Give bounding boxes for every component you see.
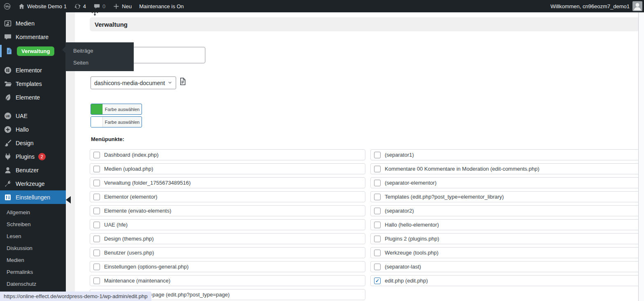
home-icon (18, 3, 25, 10)
sidebar-item-medien[interactable]: Medien (0, 16, 66, 30)
sidebar-item-hallo[interactable]: Hallo (0, 123, 66, 136)
sidebar-item-label: Verwaltung (17, 46, 54, 56)
checkbox-unchecked[interactable] (93, 236, 100, 242)
menu-item-row[interactable]: Elemente (envato-elements) (90, 205, 365, 216)
menu-item-row[interactable]: Einstellungen (options-general.php) (90, 261, 365, 272)
wrench-icon (4, 180, 12, 188)
menu-item-row[interactable]: (separator2) (370, 205, 644, 216)
menu-separator (0, 104, 66, 109)
checkbox-unchecked[interactable] (93, 180, 100, 186)
menu-item-row[interactable]: (separator1) (370, 149, 644, 160)
vertical-scrollbar[interactable] (638, 12, 644, 301)
flyout-item-seiten[interactable]: Seiten (65, 57, 134, 69)
updates-menu[interactable]: 4 (70, 0, 90, 12)
checkbox-checked[interactable]: ✓ (374, 278, 381, 284)
plugin-icon (4, 153, 12, 161)
checkbox-unchecked[interactable] (374, 180, 381, 186)
updates-count: 4 (83, 3, 86, 9)
menu-item-row[interactable]: (separator-last) (370, 261, 644, 272)
font-color-button[interactable]: Farbe auswählen (91, 116, 142, 127)
menu-item-row-label: Maintenance (maintenance) (104, 278, 170, 284)
menu-item-row[interactable]: Templates (edit.php?post_type=elementor_… (370, 191, 644, 202)
checkbox-unchecked[interactable] (93, 152, 100, 158)
menu-item-row[interactable]: Kommentare 00 Kommentare in Moderation (… (370, 163, 644, 174)
checkbox-unchecked[interactable] (374, 208, 381, 214)
menu-item-row[interactable]: UAE (hfe) (90, 219, 365, 230)
site-name-menu[interactable]: Website Demo 1 (14, 0, 70, 12)
checkbox-unchecked[interactable] (93, 194, 100, 200)
menu-item-row-label: Design (themes.php) (104, 236, 154, 242)
settings-submenu-item-lesen[interactable]: Lesen (0, 230, 66, 242)
icon-select-value: dashicons-media-document (94, 80, 165, 86)
checkbox-unchecked[interactable] (374, 166, 381, 172)
menu-item-row-label: Kommentare 00 Kommentare in Moderation (… (385, 166, 539, 172)
checkbox-unchecked[interactable] (374, 250, 381, 256)
icon-select[interactable]: dashicons-media-document (91, 76, 176, 89)
settings-submenu-item-medien[interactable]: Medien (0, 254, 66, 266)
sidebar-item-label: Design (16, 140, 34, 146)
maintenance-menu[interactable]: Maintenance is On (135, 0, 187, 12)
checkbox-unchecked[interactable] (93, 166, 100, 172)
icon-color-button[interactable]: Farbe auswählen (91, 104, 142, 115)
menu-item-row[interactable]: Verwaltung (folder_1755673489516) (90, 177, 365, 188)
sidebar-item-werkzeuge[interactable]: Werkzeuge (0, 177, 66, 190)
checkbox-unchecked[interactable] (374, 222, 381, 228)
sidebar-item-design[interactable]: Design (0, 136, 66, 150)
plus-circle-icon (4, 125, 12, 134)
checkbox-unchecked[interactable] (374, 152, 381, 158)
sidebar-item-verwaltung[interactable]: Verwaltung (0, 44, 66, 58)
menu-item-row[interactable]: Benutzer (users.php) (90, 247, 365, 258)
admin-sidebar: MedienKommentareVerwaltungElementorTempl… (0, 12, 66, 301)
folder-panel-header[interactable]: Verwaltung (90, 17, 644, 31)
welcome-text: Willkommen, cn96eozm7_demo1 (551, 3, 630, 9)
sidebar-item-label: Kommentare (16, 34, 49, 40)
wp-logo-menu[interactable] (0, 0, 14, 12)
sidebar-item-kommentare[interactable]: Kommentare (0, 30, 66, 44)
flyout-arrow (62, 46, 65, 53)
comments-menu[interactable]: 0 (90, 0, 109, 12)
sidebar-item-templates[interactable]: Templates (0, 77, 66, 90)
sidebar-item-label: Templates (16, 81, 42, 87)
checkbox-unchecked[interactable] (93, 208, 100, 214)
sidebar-item-plugins[interactable]: Plugins2 (0, 150, 66, 163)
menu-item-row-label: Benutzer (users.php) (104, 250, 154, 256)
checkbox-unchecked[interactable] (374, 264, 381, 270)
menu-item-row[interactable]: ✓edit.php (edit.php) (370, 275, 644, 286)
checkbox-unchecked[interactable] (374, 236, 381, 242)
settings-submenu-item-allgemein[interactable]: Allgemein (0, 206, 66, 218)
checkbox-unchecked[interactable] (93, 264, 100, 270)
new-content-menu[interactable]: Neu (109, 0, 135, 12)
new-label: Neu (122, 3, 132, 9)
menu-item-row[interactable]: Elementor (elementor) (90, 191, 365, 202)
avatar[interactable] (632, 1, 642, 11)
settings-icon (4, 193, 12, 201)
menu-item-row[interactable]: Maintenance (maintenance) (90, 275, 365, 286)
menu-item-row[interactable]: Werkzeuge (tools.php) (370, 247, 644, 258)
menu-item-row[interactable]: Medien (upload.php) (90, 163, 365, 174)
flyout-item-beiträge[interactable]: Beiträge (65, 45, 134, 57)
color-button-label: Farbe auswählen (103, 117, 142, 127)
menu-item-row[interactable]: Plugins 2 (plugins.php) (370, 233, 644, 244)
settings-submenu-item-datenschutz[interactable]: Datenschutz (0, 278, 66, 290)
settings-submenu-item-diskussion[interactable]: Diskussion (0, 242, 66, 254)
menu-item-row[interactable]: (separator-elementor) (370, 177, 644, 188)
menu-item-row[interactable]: Design (themes.php) (90, 233, 365, 244)
sidebar-item-elemente[interactable]: Elemente (0, 90, 66, 104)
menu-item-row[interactable]: Dashboard (index.php) (90, 149, 365, 160)
checkbox-unchecked[interactable] (93, 278, 100, 284)
menu-item-row-label: Einstellungen (options-general.php) (104, 264, 188, 270)
status-url: https://online-effect.de/wordpress-demo-… (4, 293, 148, 299)
sidebar-item-einstellungen[interactable]: Einstellungen (0, 190, 66, 204)
checkbox-unchecked[interactable] (374, 194, 381, 200)
settings-submenu-item-permalinks[interactable]: Permalinks (0, 266, 66, 278)
menu-item-row[interactable]: Hallo (hello-elementor) (370, 219, 644, 230)
sidebar-item-benutzer[interactable]: Benutzer (0, 163, 66, 177)
checkbox-unchecked[interactable] (93, 250, 100, 256)
menu-item-row-label: (separator2) (385, 208, 414, 214)
menu-separator (0, 58, 66, 63)
sidebar-item-elementor[interactable]: Elementor (0, 63, 66, 77)
sidebar-item-uae[interactable]: UEUAE (0, 109, 66, 123)
comment-bubble-icon (93, 3, 100, 10)
checkbox-unchecked[interactable] (93, 222, 100, 228)
settings-submenu-item-schreiben[interactable]: Schreiben (0, 218, 66, 230)
